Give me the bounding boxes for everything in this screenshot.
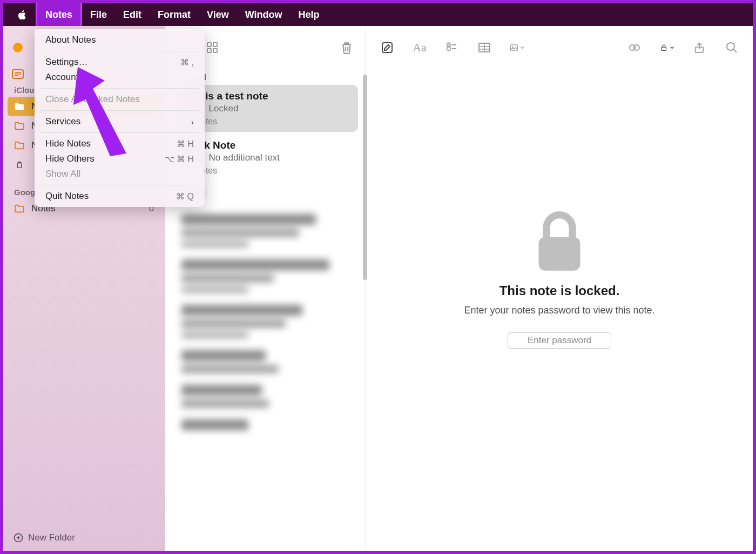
format-text-icon[interactable]: Aa — [413, 41, 427, 55]
folder-icon — [14, 141, 25, 150]
note-title: Quick Note — [181, 139, 349, 151]
menu-view[interactable]: View — [199, 3, 237, 26]
folder-icon — [14, 204, 25, 213]
note-status: No additional text — [209, 152, 280, 163]
menu-hide-others[interactable]: Hide Others⌥ ⌘ H — [35, 151, 205, 166]
menu-about-notes[interactable]: About Notes — [35, 32, 205, 48]
blurred-notes — [173, 214, 358, 430]
svg-rect-2 — [207, 43, 211, 46]
editor-toolbar: Aa — [366, 26, 753, 69]
svg-rect-17 — [539, 237, 580, 270]
svg-point-8 — [447, 47, 451, 51]
locked-subtitle: Enter your notes password to view this n… — [464, 305, 654, 316]
notes-menu-dropdown: About Notes Settings…⌘ , Accounts… Close… — [35, 29, 205, 207]
new-folder-label: New Folder — [28, 532, 75, 543]
menu-services[interactable]: Services› — [35, 114, 205, 129]
lock-large-icon — [533, 210, 586, 275]
menu-notes[interactable]: Notes — [36, 3, 82, 26]
plus-circle-icon — [13, 532, 24, 543]
compose-icon[interactable] — [380, 41, 394, 55]
menu-accounts[interactable]: Accounts… — [35, 70, 205, 85]
scrollbar[interactable] — [362, 75, 367, 280]
menu-help[interactable]: Help — [291, 3, 328, 26]
svg-rect-6 — [382, 43, 392, 52]
new-folder-button[interactable]: New Folder — [3, 525, 165, 551]
folder-icon — [14, 122, 25, 130]
share-icon[interactable] — [692, 41, 706, 55]
svg-rect-10 — [510, 45, 517, 50]
svg-point-16 — [727, 43, 734, 50]
svg-rect-4 — [207, 49, 211, 52]
media-icon[interactable] — [510, 41, 524, 55]
apple-logo-icon[interactable] — [9, 9, 36, 21]
lock-icon[interactable] — [660, 41, 674, 55]
menu-edit[interactable]: Edit — [115, 3, 150, 26]
menu-settings[interactable]: Settings…⌘ , — [35, 55, 205, 70]
grid-view-icon[interactable] — [205, 41, 219, 55]
delete-note-icon[interactable] — [340, 41, 354, 55]
menu-file[interactable]: File — [82, 3, 115, 26]
menu-hide-notes[interactable]: Hide Notes⌘ H — [35, 136, 205, 151]
search-icon[interactable] — [725, 41, 739, 55]
svg-rect-14 — [662, 47, 666, 50]
checklist-icon[interactable] — [445, 41, 459, 55]
svg-rect-5 — [213, 49, 217, 52]
table-icon[interactable] — [477, 41, 491, 55]
svg-rect-3 — [213, 43, 217, 46]
note-status: Locked — [209, 103, 239, 114]
note-title: This is a test note — [181, 90, 349, 102]
menubar: Notes File Edit Format View Window Help — [3, 3, 753, 26]
note-editor: Aa This note is locked. Enter your notes… — [366, 26, 753, 551]
locked-title: This note is locked. — [500, 283, 620, 298]
chevron-down-icon — [670, 45, 674, 50]
menu-show-all: Show All — [35, 166, 205, 182]
menu-window[interactable]: Window — [237, 3, 291, 26]
menu-close-locked: Close All Locked Notes — [35, 92, 205, 107]
enter-password-button[interactable]: Enter password — [508, 332, 611, 349]
locked-note-pane: This note is locked. Enter your notes pa… — [366, 69, 753, 551]
menu-quit[interactable]: Quit Notes⌘ Q — [35, 189, 205, 204]
chevron-right-icon: › — [191, 117, 194, 126]
svg-point-11 — [512, 46, 514, 48]
trash-icon — [14, 161, 25, 169]
window-minimize-button[interactable] — [13, 43, 23, 52]
folder-icon — [14, 102, 25, 111]
link-icon[interactable] — [627, 41, 642, 55]
chevron-down-icon — [521, 45, 524, 50]
quicknote-icon — [12, 69, 24, 79]
menu-format[interactable]: Format — [150, 3, 199, 26]
